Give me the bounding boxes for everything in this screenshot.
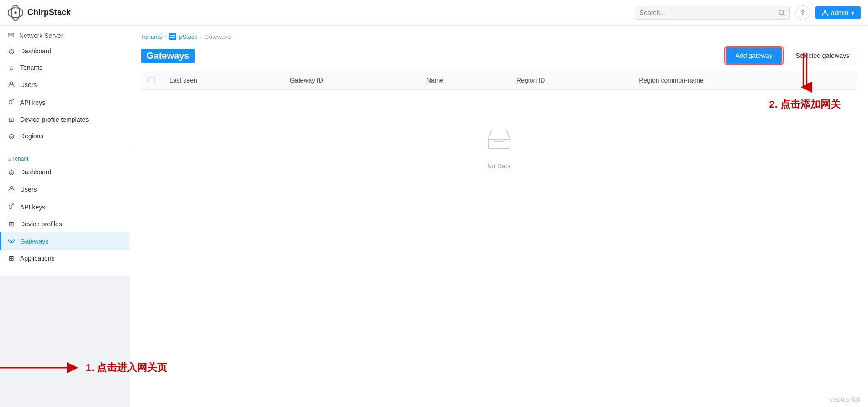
sidebar-item-label: API keys (20, 99, 45, 106)
svg-point-9 (13, 36, 14, 37)
network-server-icon (7, 32, 15, 39)
sidebar-item-label: Tenants (20, 64, 42, 71)
sidebar-item-label: Users (20, 81, 37, 89)
users-tenant-icon (7, 185, 16, 193)
selected-gateways-button[interactable]: Selected gateways (788, 48, 857, 63)
device-profiles-icon: ⊞ (7, 220, 16, 228)
table-header: Last seen Gateway ID Name Region ID Regi… (141, 71, 857, 90)
logo-text: ChirpStack (27, 8, 71, 17)
col-name: Name (419, 71, 509, 90)
sidebar-item-users-top[interactable]: Users (0, 76, 130, 94)
content-wrapper: Tenants / pStack / Gateways Gateways (130, 26, 868, 407)
sidebar-wrapper: Network Server ◎ Dashboard ⌂ Tenants Use… (0, 26, 130, 407)
svg-rect-21 (170, 35, 175, 36)
sidebar-item-applications[interactable]: ⊞ Applications (0, 250, 130, 266)
svg-point-10 (10, 82, 13, 84)
sidebar-item-label: API keys (20, 204, 45, 211)
add-gateway-button[interactable]: Add gateway (726, 47, 783, 64)
col-last-seen: Last seen (162, 71, 283, 90)
search-bar[interactable] (635, 6, 790, 20)
svg-line-17 (13, 204, 14, 205)
sidebar-item-gateways[interactable]: Gateways (0, 232, 130, 250)
api-keys-tenant-icon (7, 203, 16, 211)
sidebar-item-label: Dashboard (20, 168, 52, 176)
content-inner: Tenants / pStack / Gateways Gateways (130, 26, 868, 407)
tenants-icon: ⌂ (7, 64, 16, 71)
search-input[interactable] (640, 9, 776, 16)
tenant-section-header: ⌂ Tenant (0, 152, 130, 164)
user-icon (822, 10, 828, 16)
svg-point-2 (14, 11, 16, 14)
sidebar-item-regions[interactable]: ◎ Regions (0, 128, 130, 144)
network-server-label: Network Server (19, 32, 63, 39)
content-area: Tenants / pStack / Gateways Gateways (130, 26, 868, 407)
breadcrumb-gateways: Gateways (205, 33, 231, 40)
sidebar-item-label: Applications (20, 255, 55, 262)
add-gateway-btn-wrapper: Add gateway (726, 47, 783, 64)
breadcrumb-tenants[interactable]: Tenants (141, 33, 162, 40)
breadcrumb-pstack[interactable]: pStack (179, 33, 197, 40)
page-header-actions: Add gateway Selected gateways (726, 47, 857, 64)
sidebar-item-label: Device-profile templates (20, 116, 89, 123)
user-menu-button[interactable]: admin ▾ (815, 6, 861, 19)
svg-point-15 (9, 205, 12, 209)
svg-point-18 (11, 241, 12, 242)
svg-point-11 (9, 101, 12, 104)
dashboard-tenant-icon: ◎ (7, 168, 16, 176)
users-icon (7, 80, 16, 89)
select-all-checkbox[interactable] (148, 77, 155, 83)
sidebar-divider (0, 148, 130, 148)
sidebar-item-tenants[interactable]: ⌂ Tenants (0, 59, 130, 76)
logo-area: ChirpStack (7, 5, 89, 21)
no-data-container: No Data (148, 95, 850, 197)
page-header: Gateways Add gateway Selected gateways (130, 44, 868, 71)
sidebar-item-users-tenant[interactable]: Users (0, 180, 130, 198)
sidebar-item-device-profile-templates[interactable]: ⊞ Device-profile templates (0, 111, 130, 128)
gateways-icon (7, 237, 16, 245)
sidebar-item-api-keys-tenant[interactable]: API keys (0, 198, 130, 216)
sidebar-item-dashboard-top[interactable]: ◎ Dashboard (0, 43, 130, 59)
sidebar-item-label: Dashboard (20, 47, 52, 55)
watermark: CSDN @风浩 (830, 397, 861, 403)
tenant-label: Tenant (12, 156, 28, 162)
sidebar-item-label: Gateways (20, 238, 48, 245)
annotation-arrow-1 (0, 360, 82, 376)
sidebar-item-device-profiles[interactable]: ⊞ Device profiles (0, 216, 130, 232)
tenant-icon: ⌂ (7, 156, 12, 162)
help-button[interactable]: ? (795, 5, 810, 20)
network-server-section: Network Server (0, 26, 130, 43)
col-region-common-name: Region common-name (631, 71, 857, 90)
breadcrumb: Tenants / pStack / Gateways (130, 26, 868, 44)
no-data-cell: No Data (141, 90, 857, 203)
page-title: Gateways (141, 49, 195, 63)
search-button[interactable] (779, 10, 785, 16)
gateways-table: Last seen Gateway ID Name Region ID Regi… (141, 71, 857, 203)
svg-point-14 (10, 186, 13, 189)
breadcrumb-sep-2: / (200, 33, 202, 40)
top-nav: ChirpStack ? admin ▾ (0, 0, 868, 26)
table-header-checkbox (141, 71, 162, 90)
sidebar-item-label: Regions (20, 132, 43, 140)
svg-line-4 (783, 14, 784, 16)
sidebar-item-dashboard-tenant[interactable]: ◎ Dashboard (0, 164, 130, 180)
no-data-row: No Data (141, 90, 857, 203)
breadcrumb-tenant-icon (169, 33, 176, 40)
svg-rect-23 (488, 139, 510, 148)
table-body: No Data (141, 90, 857, 203)
sidebar-item-label: Device profiles (20, 220, 62, 228)
no-data-text: No Data (487, 162, 510, 170)
sidebar: Network Server ◎ Dashboard ⌂ Tenants Use… (0, 26, 130, 276)
svg-point-8 (13, 34, 14, 35)
api-keys-icon (7, 98, 16, 107)
user-dropdown-icon: ▾ (851, 9, 854, 16)
svg-rect-22 (170, 37, 175, 38)
col-gateway-id: Gateway ID (283, 71, 419, 90)
col-region-id: Region ID (509, 71, 631, 90)
sidebar-item-api-keys-top[interactable]: API keys (0, 94, 130, 111)
device-profile-icon: ⊞ (7, 116, 16, 123)
applications-icon: ⊞ (7, 255, 16, 262)
svg-line-13 (13, 99, 14, 100)
dashboard-icon: ◎ (7, 47, 16, 55)
regions-icon: ◎ (7, 132, 16, 140)
sidebar-item-label: Users (20, 186, 37, 193)
